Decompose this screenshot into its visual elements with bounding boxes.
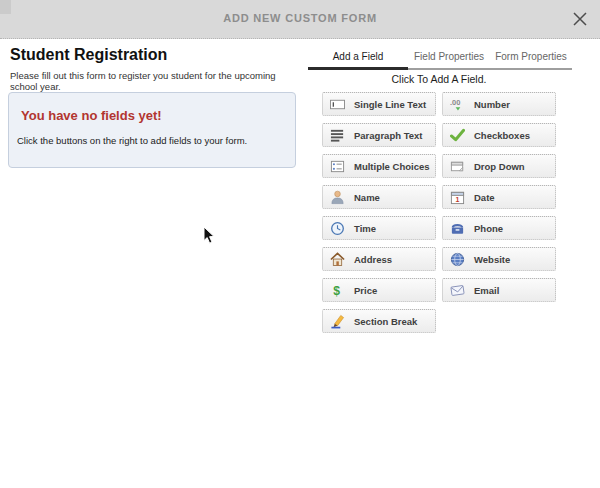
single-line-text-icon — [330, 97, 345, 112]
add-field-single-line-text-button[interactable]: Single Line Text — [322, 92, 436, 116]
field-button-label: Price — [354, 285, 377, 296]
add-field-website-button[interactable]: Website — [442, 247, 556, 271]
field-button-label: Name — [354, 192, 380, 203]
add-field-multiple-choices-button[interactable]: Multiple Choices — [322, 154, 436, 178]
add-field-address-button[interactable]: Address — [322, 247, 436, 271]
tab-form-properties[interactable]: Form Properties — [490, 46, 572, 70]
number-icon: .00 — [450, 97, 465, 112]
field-button-label: Number — [474, 99, 510, 110]
field-button-label: Time — [354, 223, 376, 234]
paragraph-text-icon — [330, 128, 345, 143]
person-icon — [330, 190, 345, 205]
close-icon[interactable] — [570, 9, 590, 29]
field-button-label: Checkboxes — [474, 130, 530, 141]
checkbox-icon — [450, 128, 465, 143]
field-button-label: Drop Down — [474, 161, 525, 172]
empty-state-message: Click the buttons on the right to add fi… — [17, 135, 295, 146]
field-tools-panel: Add a FieldField PropertiesForm Properti… — [300, 39, 600, 488]
clock-icon — [330, 221, 345, 236]
inactive-tabs: Field PropertiesForm Properties — [408, 46, 572, 70]
field-button-label: Website — [474, 254, 510, 265]
house-icon — [330, 252, 345, 267]
add-custom-form-modal: ADD NEW CUSTOM FORM Student Registration… — [0, 0, 600, 488]
add-field-date-button[interactable]: 1Date — [442, 185, 556, 209]
tab-bar: Add a FieldField PropertiesForm Properti… — [308, 46, 572, 70]
field-button-label: Email — [474, 285, 499, 296]
add-field-section-break-button[interactable]: Section Break — [322, 309, 436, 333]
field-button-label: Multiple Choices — [354, 161, 429, 172]
tab-field-properties[interactable]: Field Properties — [408, 46, 490, 70]
field-button-label: Address — [354, 254, 392, 265]
add-field-checkboxes-button[interactable]: Checkboxes — [442, 123, 556, 147]
add-field-paragraph-text-button[interactable]: Paragraph Text — [322, 123, 436, 147]
field-button-label: Single Line Text — [354, 99, 426, 110]
instruction-text: Click To Add A Field. — [322, 73, 556, 85]
pencil-icon — [330, 314, 345, 329]
svg-text:.00: .00 — [450, 98, 460, 107]
drop-down-icon — [450, 159, 465, 174]
calendar-icon: 1 — [450, 190, 465, 205]
add-field-number-button[interactable]: .00Number — [442, 92, 556, 116]
phone-icon — [450, 221, 465, 236]
add-field-price-button[interactable]: $Price — [322, 278, 436, 302]
form-preview-panel: Student Registration Please fill out thi… — [0, 39, 300, 488]
tab-add-a-field[interactable]: Add a Field — [308, 46, 408, 70]
multiple-choice-icon — [330, 159, 345, 174]
add-field-drop-down-button[interactable]: Drop Down — [442, 154, 556, 178]
modal-header: ADD NEW CUSTOM FORM — [0, 0, 600, 39]
modal-title: ADD NEW CUSTOM FORM — [0, 12, 600, 24]
add-field-time-button[interactable]: Time — [322, 216, 436, 240]
empty-state-title: You have no fields yet! — [21, 108, 295, 123]
field-button-label: Phone — [474, 223, 503, 234]
dollar-icon: $ — [330, 283, 345, 298]
field-button-label: Paragraph Text — [354, 130, 422, 141]
field-buttons-grid: Single Line Text.00NumberParagraph TextC… — [322, 92, 556, 333]
field-button-label: Date — [474, 192, 495, 203]
empty-state-box: You have no fields yet! Click the button… — [8, 92, 296, 168]
envelope-icon — [450, 283, 465, 298]
svg-text:1: 1 — [455, 195, 459, 202]
add-field-email-button[interactable]: Email — [442, 278, 556, 302]
field-button-label: Section Break — [354, 316, 417, 327]
form-description: Please fill out this form to register yo… — [10, 70, 300, 92]
svg-text:$: $ — [333, 284, 340, 298]
globe-icon — [450, 252, 465, 267]
add-field-name-button[interactable]: Name — [322, 185, 436, 209]
add-field-phone-button[interactable]: Phone — [442, 216, 556, 240]
form-title: Student Registration — [10, 46, 167, 64]
